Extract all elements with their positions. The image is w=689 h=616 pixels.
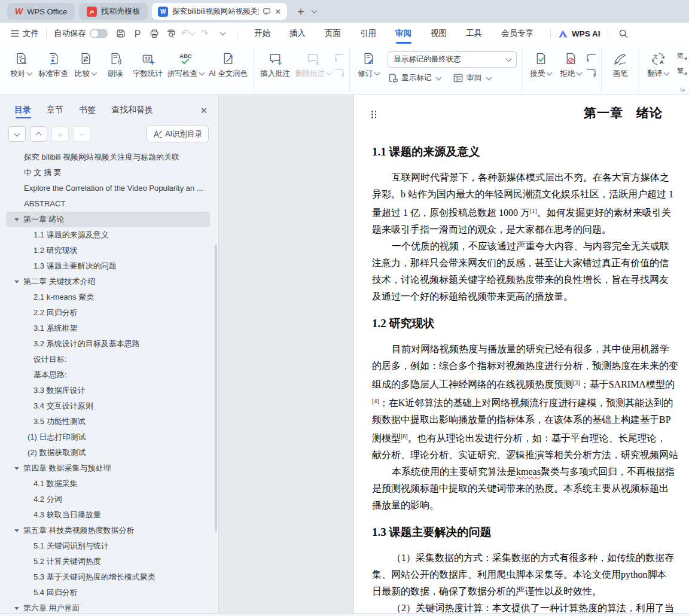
collapse-arrow-icon[interactable] [14,467,19,470]
sidebar-tab-find-replace[interactable]: 查找和替换 [111,105,153,121]
wps-ai-button[interactable]: WPS AI [558,29,600,38]
toc-item[interactable]: 4.3 获取当日播放量 [6,507,210,523]
file-menu[interactable]: 文件 [11,28,39,39]
translate-button[interactable]: 文A 翻译 [643,48,673,79]
toc-item[interactable]: 1.2 研究现状 [6,243,210,258]
toc-item[interactable]: 设计目标: [6,352,210,367]
toc-zoom-in-button[interactable]: ＋ [51,126,69,142]
tab-wps-office[interactable]: W WPS Office [7,3,75,20]
track-changes-button[interactable]: 修订 [353,48,383,79]
save-button[interactable] [112,26,129,41]
redo-button[interactable]: ↷ [196,26,213,41]
toc-item[interactable]: 2.2 回归分析 [6,305,210,321]
show-markup-button[interactable]: 显示标记 [388,73,441,83]
insert-comment-button[interactable]: 插入批注 [258,48,292,79]
toc-item[interactable]: 第四章 数据采集与预处理 [6,461,210,476]
toc-expand-button[interactable] [8,126,26,142]
history-chevron-icon[interactable] [213,26,230,41]
toc-item[interactable]: 第六章 用户界面 [6,600,210,613]
sidebar-close-icon[interactable]: ✕ [200,105,208,121]
toc-item[interactable]: 5.2 计算关键词热度 [6,554,210,569]
toc-item[interactable]: 3.2 系统设计的目标及基本思路 [6,336,210,352]
collapse-arrow-icon[interactable] [14,529,19,532]
new-tab-button[interactable]: ＋ [295,4,306,19]
toc-item[interactable]: 5.4 回归分析 [6,585,210,600]
toc-item[interactable]: 探究 bilibili 视频网站视频关注度与标题的关联 [6,150,210,165]
review-pane-button[interactable]: 审阅 [453,73,491,83]
collapse-arrow-icon[interactable] [14,218,19,221]
reject-button[interactable]: 拒绝 [556,48,586,79]
toc-zoom-out-button[interactable]: − [73,126,90,142]
doc-text-line: 技术，讨论视频标题关键字给视频热度带来的良性增长，旨在寻找网友 [354,272,689,288]
print-button[interactable] [146,26,163,41]
ribbon-expand-icon[interactable] [680,87,685,92]
toc-item[interactable]: 2.1 k-means 聚类 [6,289,210,305]
toc-item[interactable]: 3.5 功能性测试 [6,414,210,429]
autosave-toggle[interactable] [90,29,108,38]
toc-item[interactable]: (1) 日志打印测试 [6,429,210,445]
toc-item[interactable]: 1.3 课题主要解决的问题 [6,258,210,274]
tab-close-icon[interactable]: ✕ [275,7,281,16]
spell-check-button[interactable]: ABC 拼写检查 [165,48,206,79]
sidebar-tab-contents[interactable]: 目录 [14,105,31,121]
toc-item[interactable]: 3.1 系统框架 [6,321,210,336]
menu-tab-insert[interactable]: 插入 [288,23,307,44]
sidebar-tab-sections[interactable]: 章节 [47,105,63,121]
proofread-button[interactable]: 校对 [6,48,36,79]
document-page[interactable]: 第一章 绪论1.1 课题的来源及意义互联网时代背景下，各种新媒体模式层出不穷。在… [353,95,689,613]
collapse-arrow-icon[interactable] [14,280,19,283]
toc-item[interactable]: 基本思路: [6,367,210,383]
ink-pen-button[interactable]: 画笔 [605,48,635,79]
toc-item[interactable]: 第二章 关键技术介绍 [6,274,210,289]
toc-item[interactable]: (2) 数据获取测试 [6,445,210,461]
print-preview-button[interactable] [163,26,179,41]
menu-tab-reference[interactable]: 引用 [359,23,377,44]
toc-item[interactable]: 4.2 分词 [6,492,210,507]
sidebar-tab-bookmarks[interactable]: 书签 [79,105,96,121]
search-icon[interactable] [615,26,632,41]
export-pdf-button[interactable] [129,26,146,41]
menu-tab-tools[interactable]: 工具 [465,23,483,44]
toc-item[interactable]: Explore the Correlation of the Video Pop… [6,181,210,196]
compare-button[interactable]: 比较 [71,48,100,79]
toc-item[interactable]: 1.1 课题的来源及意义 [6,227,210,243]
tab-chat-icon[interactable] [263,7,271,16]
toc-item[interactable]: 5.3 基于关键词热度的增长模式聚类 [6,569,210,585]
toc-item[interactable]: ABSTRACT [6,196,210,212]
tab-list-chevron-icon[interactable] [310,8,316,14]
next-change-icon[interactable] [586,68,596,77]
menu-tab-home[interactable]: 开始 [253,23,272,44]
to-simplified-button[interactable]: 繁 转简 [676,66,689,76]
markup-state-dropdown[interactable]: 显示标记的最终状态 [388,51,517,68]
sidebar-scrollbar[interactable] [215,245,217,532]
delete-comment-button[interactable]: 删除批注 [292,48,334,79]
menu-tab-view[interactable]: 视图 [429,23,448,44]
toc-item[interactable]: 4.1 数据采集 [6,476,210,492]
svg-text:A: A [660,59,664,65]
drag-handle-icon[interactable] [371,111,377,118]
menu-tab-page[interactable]: 页面 [324,23,342,44]
toc-item[interactable]: 5.1 关键词识别与统计 [6,538,210,554]
menu-tab-member[interactable]: 会员专享 [500,23,535,44]
to-traditional-button[interactable]: 简 转繁 [676,51,689,61]
accept-button[interactable]: 接受 [526,48,556,79]
tab-docer-templates[interactable]: 找稻壳模板 [79,3,148,20]
read-aloud-button[interactable]: 朗读 [100,48,130,79]
toc-item[interactable]: 3.3 数据库设计 [6,383,210,398]
previous-comment-icon[interactable] [334,53,344,62]
previous-change-icon[interactable] [586,53,596,62]
menu-tab-review[interactable]: 审阅 [394,23,413,44]
ai-recognize-toc-button[interactable]: AI识别目录 [147,126,209,142]
toc-item[interactable]: 第一章 绪论 [6,212,210,227]
next-comment-icon[interactable] [334,68,344,77]
word-count-button[interactable]: 12 字数统计 [130,48,165,79]
toc-item[interactable]: 第五章 科技类视频热度数据分析 [6,523,210,538]
collapse-arrow-icon[interactable] [14,607,19,610]
toc-item[interactable]: 中 文 摘 要 [6,165,210,181]
standard-review-button[interactable]: 标准审查 [36,48,71,79]
tab-document-active[interactable]: W 探究bilibili视频网站视频关注 ✕ [152,3,287,20]
toc-item[interactable]: 3.4 交互设计原则 [6,398,210,414]
undo-button[interactable]: ↶ [179,26,196,41]
toc-collapse-button[interactable] [30,126,47,142]
ai-polish-button[interactable]: AI 全文润色 [206,48,250,79]
